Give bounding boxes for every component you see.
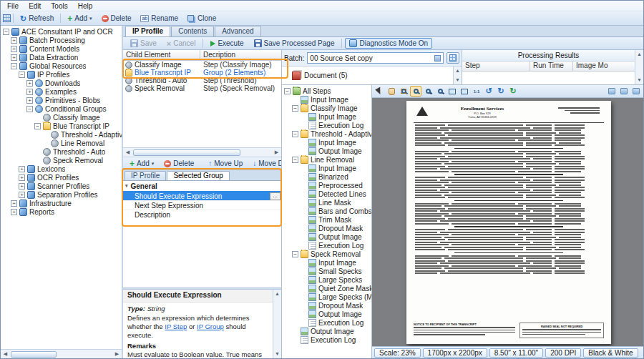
- execute-button[interactable]: Execute: [206, 38, 248, 49]
- scroll-up-icon[interactable]: ▲: [273, 290, 281, 298]
- collapse-icon[interactable]: −: [26, 106, 33, 112]
- save-processed-page-button[interactable]: Save Processed Page: [250, 38, 339, 49]
- tree-item-line-mask[interactable]: Line Mask: [282, 198, 371, 207]
- tree-item-blue-transcript-ip[interactable]: −Blue Transcript IP: [1, 122, 122, 130]
- collapse-icon[interactable]: −: [292, 251, 298, 257]
- tree-horizontal-scrollbar[interactable]: ◀ ▶: [1, 349, 122, 358]
- tree-item-separation-profiles[interactable]: +Separation Profiles: [1, 190, 122, 199]
- ip-group-link[interactable]: IP Group: [197, 323, 224, 330]
- tree-item-speck-removal[interactable]: Speck Removal: [1, 156, 122, 164]
- add-button[interactable]: +Add▾: [63, 13, 96, 24]
- table-row-speck-removal[interactable]: Speck RemovalStep (Speck Removal): [123, 84, 281, 92]
- rotate-left-icon[interactable]: ↺: [483, 86, 494, 97]
- tree-item-trim-mask[interactable]: Trim Mask: [282, 215, 371, 224]
- scroll-up-icon[interactable]: ▲: [454, 67, 462, 75]
- tree-item-output-image[interactable]: Output Image: [282, 147, 371, 155]
- scrollbar-track[interactable]: [273, 298, 281, 350]
- tree-item-output-image[interactable]: Output Image: [282, 327, 371, 335]
- ellipsis-button[interactable]: ...: [270, 192, 280, 200]
- expand-icon[interactable]: +: [19, 174, 25, 181]
- combo-edit-icon[interactable]: [434, 55, 441, 62]
- tab-ip-profile[interactable]: IP Profile: [125, 171, 166, 180]
- tab-advanced[interactable]: Advanced: [215, 26, 260, 36]
- tree-item-bars-and-combs[interactable]: Bars and Combs: [282, 207, 371, 215]
- add-element-button[interactable]: +Add▾: [125, 158, 158, 169]
- expand-icon[interactable]: +: [19, 183, 25, 190]
- tree-item-detected-lines[interactable]: Detected Lines: [282, 190, 371, 198]
- tree-item-input-image[interactable]: Input Image: [282, 258, 371, 267]
- collapse-icon[interactable]: −: [292, 157, 298, 163]
- expand-icon[interactable]: +: [11, 200, 17, 207]
- tree-item-input-image[interactable]: Input Image: [282, 112, 371, 121]
- scroll-left-icon[interactable]: ◀: [1, 350, 10, 358]
- tree-item-threshold-auto[interactable]: Threshold - Auto: [1, 147, 122, 156]
- rename-button[interactable]: abRename: [136, 13, 182, 24]
- collapse-icon[interactable]: −: [292, 105, 298, 112]
- expand-icon[interactable]: +: [11, 37, 17, 44]
- collapse-icon[interactable]: −: [11, 63, 17, 69]
- scroll-down-icon[interactable]: ▼: [635, 76, 643, 84]
- zoom-out-icon[interactable]: −: [434, 86, 446, 97]
- display-icon[interactable]: [606, 86, 618, 97]
- tree-item-execution-log[interactable]: Execution Log: [282, 335, 371, 344]
- tree-item-conditional-groups[interactable]: −Conditional Groups: [1, 104, 122, 113]
- property-group-general[interactable]: ▾General: [123, 181, 281, 191]
- tree-item-line-removal[interactable]: −Line Removal: [282, 155, 371, 164]
- fit-width-icon[interactable]: [447, 86, 458, 97]
- cancel-button[interactable]: ×Cancel: [162, 38, 200, 49]
- tab-selected-group[interactable]: Selected Group: [167, 171, 230, 180]
- menu-item-file[interactable]: File: [2, 2, 24, 10]
- delete-element-button[interactable]: Delete: [160, 158, 198, 169]
- refresh-button[interactable]: ↻Refresh: [16, 13, 58, 24]
- viewer-canvas[interactable]: Enrollment Services P.O. Box 929 Yuma, A…: [372, 98, 643, 346]
- magnifier-icon[interactable]: [410, 86, 421, 97]
- expand-icon[interactable]: +: [26, 80, 33, 87]
- ip-step-link[interactable]: IP Step: [165, 323, 187, 330]
- tree-item-binarized[interactable]: Binarized: [282, 172, 371, 181]
- pan-icon[interactable]: [386, 86, 397, 97]
- menu-item-tools[interactable]: Tools: [46, 2, 72, 10]
- tree-item-dropout-mask[interactable]: Dropout Mask: [282, 301, 371, 310]
- tree-item-output-image[interactable]: Output Image: [282, 310, 371, 318]
- tree-item-downloads[interactable]: +Downloads: [1, 79, 122, 87]
- diagnostics-mode-button[interactable]: Diagnostics Mode On: [345, 38, 432, 49]
- tree-item-small-specks[interactable]: Small Specks: [282, 267, 371, 275]
- scrollbar-thumb[interactable]: [133, 149, 240, 156]
- tree-item-classify-image[interactable]: −Classify Image: [282, 104, 371, 112]
- document-strip-scrollbar[interactable]: ▲ ▼: [453, 67, 462, 84]
- tree-item-input-image[interactable]: Input Image: [282, 138, 371, 147]
- tree-item-line-removal[interactable]: Line Removal: [1, 139, 122, 147]
- tree-item-primitives-blobs[interactable]: +Primitives - Blobs: [1, 96, 122, 104]
- help-vertical-scrollbar[interactable]: ▲ ▼: [273, 290, 281, 358]
- scroll-down-icon[interactable]: ▼: [454, 76, 462, 84]
- clone-button[interactable]: Clone: [183, 13, 220, 24]
- tree-item-execution-log[interactable]: Execution Log: [282, 241, 371, 250]
- tree-item-ocr-profiles[interactable]: +OCR Profiles: [1, 173, 122, 182]
- scroll-right-icon[interactable]: ▶: [112, 350, 122, 358]
- tree-item-threshold-adaptive[interactable]: Threshold - Adaptive: [1, 130, 122, 139]
- expand-icon[interactable]: +: [11, 54, 17, 61]
- scrollbar-track[interactable]: [241, 148, 272, 157]
- tree-item-ip-profiles[interactable]: −IP Profiles: [1, 70, 122, 79]
- tab-ip-profile[interactable]: IP Profile: [125, 26, 170, 36]
- collapse-icon[interactable]: −: [292, 131, 298, 137]
- expand-icon[interactable]: +: [26, 97, 33, 104]
- table-row-classify-image[interactable]: Classify ImageStep (Classify Image): [123, 61, 281, 69]
- tree-item-quiet-zone-mask[interactable]: Quiet Zone Mask: [282, 284, 371, 292]
- tab-contents[interactable]: Contents: [171, 26, 214, 36]
- scroll-down-icon[interactable]: ▼: [273, 350, 281, 358]
- tree-item-all-steps[interactable]: −All Steps: [282, 87, 371, 95]
- tree-item-dropout-mask[interactable]: Dropout Mask: [282, 224, 371, 232]
- scrollbar-thumb[interactable]: [11, 351, 57, 358]
- tree-item-batch-processing[interactable]: +Batch Processing: [1, 36, 122, 44]
- zoom-in-icon[interactable]: +: [422, 86, 434, 97]
- processing-results-scrollbar[interactable]: ▲ ▼: [635, 50, 643, 84]
- expand-icon[interactable]: +: [11, 46, 17, 52]
- scrollbar-track[interactable]: [635, 59, 643, 76]
- batch-combo[interactable]: 00 Source Set copy: [307, 52, 444, 64]
- expand-icon[interactable]: +: [26, 89, 33, 95]
- scroll-left-icon[interactable]: ◀: [123, 148, 132, 157]
- delete-button[interactable]: Delete: [97, 13, 136, 24]
- expand-icon[interactable]: +: [19, 166, 25, 172]
- navigation-icon[interactable]: [3, 14, 11, 22]
